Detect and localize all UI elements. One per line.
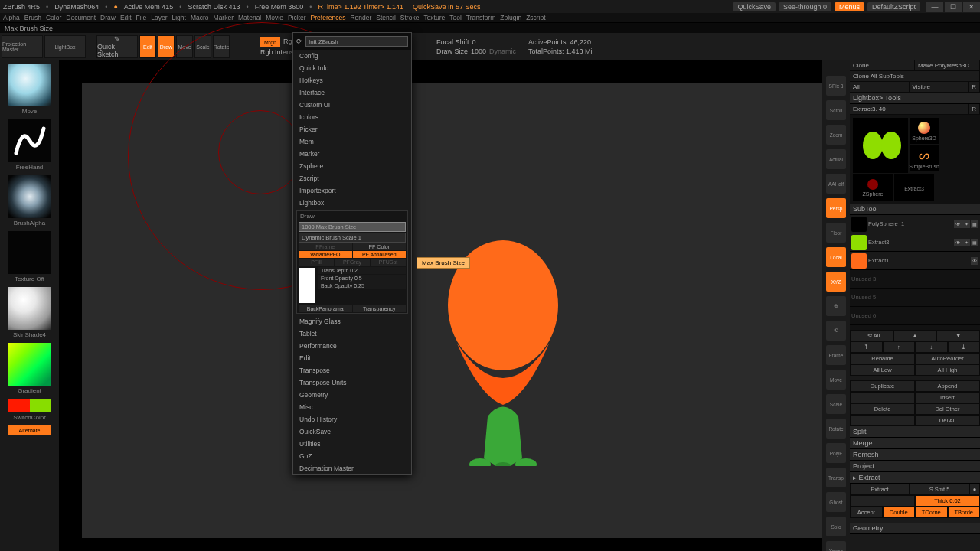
edit-mode-button[interactable]: Edit: [139, 35, 156, 58]
tool-thumb-current[interactable]: [853, 118, 908, 173]
prefs-search-input[interactable]: [305, 36, 408, 47]
accept-button[interactable]: Accept: [850, 507, 883, 518]
draw-label[interactable]: Draw: [297, 211, 407, 221]
alllow-button[interactable]: All Low: [850, 364, 915, 376]
visible-button[interactable]: Visible: [910, 82, 969, 92]
extract-button[interactable]: Extract: [850, 484, 910, 495]
menu-color[interactable]: Color: [46, 14, 61, 21]
subtool-row[interactable]: Extract3👁✦▦: [850, 233, 980, 252]
subtool-row[interactable]: Unused 6: [850, 307, 980, 325]
tborde-button[interactable]: TBorde: [948, 507, 981, 518]
texture-thumb[interactable]: [8, 231, 51, 274]
thick-slider[interactable]: Thick 0.02: [915, 495, 980, 507]
pfgray-button[interactable]: PFGray: [335, 259, 370, 266]
prefs-misc[interactable]: Misc: [293, 401, 411, 413]
rename-button[interactable]: Rename: [850, 353, 915, 364]
back-opacity-slider[interactable]: Back Opacity 0.25: [318, 282, 406, 289]
actual-button[interactable]: Actual: [826, 149, 846, 169]
tcorne-button[interactable]: TCorne: [915, 507, 948, 518]
listall-button[interactable]: List All: [850, 330, 893, 341]
varpfo-button[interactable]: VariablePFO: [299, 251, 352, 258]
menu-marker[interactable]: Marker: [214, 14, 234, 21]
menu-picker[interactable]: Picker: [288, 14, 306, 21]
subtool-row[interactable]: Unused 5: [850, 289, 980, 307]
menu-transform[interactable]: Transform: [466, 14, 495, 21]
prefs-tablet[interactable]: Tablet: [293, 328, 411, 340]
merge-header[interactable]: Merge: [850, 438, 980, 449]
projection-master-button[interactable]: Projection Master: [2, 35, 43, 58]
prefs-zsphere[interactable]: Zsphere: [293, 160, 411, 172]
split-header[interactable]: Split: [850, 426, 980, 438]
prefs-picker[interactable]: Picker: [293, 123, 411, 135]
menu-light[interactable]: Light: [172, 14, 186, 21]
remesh-header[interactable]: Remesh: [850, 449, 980, 461]
prefs-hotkeys[interactable]: Hotkeys: [293, 74, 411, 86]
prefs-decimation[interactable]: Decimation Master: [293, 462, 411, 474]
pfusat-button[interactable]: PFUSat: [371, 259, 406, 266]
subtool-row[interactable]: PolySphere_1👁✦▦: [850, 215, 980, 233]
menu-document[interactable]: Document: [66, 14, 96, 21]
ghost-button[interactable]: Ghost: [826, 492, 846, 512]
menu-tool[interactable]: Tool: [449, 14, 462, 21]
prefs-mem[interactable]: Mem: [293, 135, 411, 148]
draw-size-label[interactable]: Draw Size: [436, 47, 468, 55]
prefs-icolors[interactable]: Icolors: [293, 111, 411, 123]
menu-macro[interactable]: Macro: [191, 14, 209, 21]
menu-stroke[interactable]: Stroke: [400, 14, 420, 21]
up-arrow-icon[interactable]: ▲: [893, 330, 937, 341]
prefs-magnify[interactable]: Magnify Glass: [293, 315, 411, 328]
prefs-customui[interactable]: Custom UI: [293, 99, 411, 111]
double-button[interactable]: Double: [883, 507, 916, 518]
scroll-button[interactable]: Scroll: [826, 100, 846, 120]
all-button[interactable]: All: [850, 82, 910, 92]
prefs-transpose-units[interactable]: Transpose Units: [293, 377, 411, 389]
alpha-thumb[interactable]: [8, 175, 51, 218]
prefs-quickinfo[interactable]: Quick Info: [293, 62, 411, 74]
tool-thumb-sphere[interactable]: Sphere3D: [910, 118, 939, 144]
draw-mode-button[interactable]: Draw: [158, 35, 175, 58]
frame-button[interactable]: Frame: [826, 345, 846, 365]
prefs-marker[interactable]: Marker: [293, 148, 411, 160]
menu-brush[interactable]: Brush: [24, 14, 41, 21]
pfanti-button[interactable]: PF Antialiased: [353, 251, 407, 258]
menu-layer[interactable]: Layer: [151, 14, 167, 21]
color-picker[interactable]: [8, 343, 51, 386]
cloneall-button[interactable]: Clone All SubTools: [850, 71, 980, 81]
viewport[interactable]: Max Brush Size: [82, 83, 822, 538]
prefs-importexport[interactable]: Importexport: [293, 184, 411, 197]
tool-thumb-zsphere[interactable]: ZSphere: [853, 174, 893, 201]
geometry-header[interactable]: Geometry: [850, 523, 980, 534]
menu-material[interactable]: Material: [238, 14, 261, 21]
menu-movie[interactable]: Movie: [266, 14, 283, 21]
subtool-row[interactable]: Extract1👁: [850, 252, 980, 270]
gradient-label[interactable]: Gradient: [18, 387, 41, 394]
prefs-config[interactable]: Config: [293, 50, 411, 62]
ssmt-slider[interactable]: S Smt 5: [910, 484, 969, 495]
prefs-interface[interactable]: Interface: [293, 86, 411, 99]
tool-thumb-brush[interactable]: ᔕSimpleBrush: [910, 145, 939, 171]
clone-button[interactable]: Clone: [850, 60, 915, 70]
allup-icon[interactable]: ⤒: [850, 341, 883, 353]
subtool-row[interactable]: Unused 3: [850, 270, 980, 289]
subtool-header[interactable]: SubTool: [850, 204, 980, 215]
prefs-transpose[interactable]: Transpose: [293, 364, 411, 377]
max-brush-size-slider[interactable]: 1000 Max Brush Size: [299, 222, 406, 232]
aahalf-button[interactable]: AAHalf: [826, 174, 846, 194]
extract-header[interactable]: ▸ Extract: [850, 472, 980, 484]
minimize-icon[interactable]: —: [926, 2, 943, 12]
delete-button[interactable]: Delete: [850, 403, 915, 415]
rotate-cam-button[interactable]: Rotate: [826, 419, 846, 439]
prefs-lightbox[interactable]: Lightbox: [293, 197, 411, 209]
stroke-thumb[interactable]: [8, 119, 51, 162]
maximize-icon[interactable]: ☐: [945, 2, 962, 12]
lconst-button[interactable]: ⊕: [826, 296, 846, 316]
menu-render[interactable]: Render: [350, 14, 371, 21]
menu-file[interactable]: File: [136, 14, 147, 21]
color-swatch[interactable]: [299, 268, 315, 303]
prefs-edit[interactable]: Edit: [293, 352, 411, 364]
quick-sketch-button[interactable]: ✎Quick Sketch: [96, 35, 138, 58]
duplicate-button[interactable]: Duplicate: [850, 380, 915, 392]
delother-button[interactable]: Del Other: [915, 403, 980, 415]
menu-zplugin[interactable]: Zplugin: [500, 14, 521, 21]
tool-thumb-extract3[interactable]: Extract3: [894, 174, 934, 201]
